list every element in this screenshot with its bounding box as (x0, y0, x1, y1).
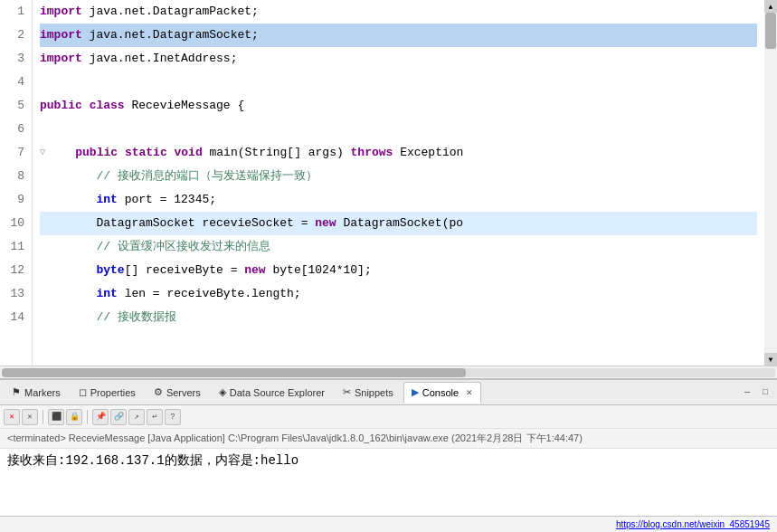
keyword-byte: byte (96, 259, 124, 282)
keyword-public-1: public (40, 94, 82, 118)
code-line-3: import java.net.InetAddress; (40, 47, 757, 71)
console-toolbar: ✕ ✕ ⬛ 🔒 📌 🔗 ↗ ↩ ? (0, 405, 777, 429)
datasource-icon: ◈ (219, 386, 226, 398)
tab-markers-label: Markers (24, 387, 61, 398)
console-output: 接收来自:192.168.137.1的数据，内容是:hello (0, 449, 777, 516)
terminated-label: <terminated> RecevieMessage [Java Applic… (0, 429, 777, 449)
code-text-3: java.net.InetAddress; (82, 47, 238, 71)
keyword-public-2: public (75, 141, 118, 165)
panel-tabs: ⚑ Markers ◻ Properties ⚙ Servers ◈ Data … (0, 380, 777, 405)
properties-icon: ◻ (79, 386, 87, 398)
code-text-2: java.net.DatagramSocket; (82, 24, 259, 47)
remove-launch-button[interactable]: ✕ (22, 409, 38, 425)
comment-8: // 接收消息的端口（与发送端保持一致） (40, 165, 317, 188)
keyword-import-2: import (40, 24, 82, 47)
code-line-10: DatagramSocket recevieSocket = new Datag… (40, 212, 757, 235)
len-assign: len = receiveByte.length; (118, 282, 301, 306)
tab-console[interactable]: ▶ Console ✕ (403, 382, 481, 404)
scroll-lock-button[interactable]: 🔒 (66, 409, 82, 425)
tab-snippets[interactable]: ✂ Snippets (335, 382, 402, 404)
code-content[interactable]: import java.net.DatagramPacket; import j… (33, 0, 764, 366)
minimize-panel-button[interactable]: — (739, 385, 755, 401)
ln-8: 8 (7, 165, 24, 188)
code-line-5: public class RecevieMessage { (40, 94, 757, 118)
comment-11: // 设置缓冲区接收发过来的信息 (40, 235, 270, 259)
help-button[interactable]: ? (165, 409, 181, 425)
line-numbers: 1 2 3 4 5 6 7 8 9 10 11 12 13 14 (0, 0, 33, 366)
keyword-int-2: int (96, 282, 117, 306)
tab-markers[interactable]: ⚑ Markers (4, 382, 69, 404)
toolbar-separator-1 (43, 410, 43, 424)
clear-console-button[interactable]: ⬛ (48, 409, 64, 425)
ln-6: 6 (7, 118, 24, 141)
code-line-1: import java.net.DatagramPacket; (40, 0, 757, 24)
ln-2: 2 (7, 24, 24, 47)
code-container: 1 2 3 4 5 6 7 8 9 10 11 12 13 14 import … (0, 0, 777, 366)
keyword-int-1: int (96, 188, 117, 212)
pin-button[interactable]: 📌 (92, 409, 109, 425)
scroll-up-button[interactable]: ▲ (764, 0, 777, 13)
comment-14: // 接收数据报 (40, 306, 176, 329)
byte-alloc: byte[1024*10]; (266, 259, 372, 282)
markers-icon: ⚑ (12, 386, 21, 398)
code-line-6 (40, 118, 757, 141)
code-line-8: // 接收消息的端口（与发送端保持一致） (40, 165, 757, 188)
servers-icon: ⚙ (154, 386, 163, 398)
ln-1: 1 (7, 0, 24, 24)
ln-12: 12 (7, 259, 24, 282)
keyword-static: static (125, 141, 167, 165)
keyword-new-2: new (244, 259, 265, 282)
keyword-throws: throws (351, 141, 393, 165)
ln-5: 5 (7, 94, 24, 118)
scroll-down-button[interactable]: ▼ (764, 353, 777, 366)
ln-14: 14 (7, 306, 24, 329)
ln-11: 11 (7, 235, 24, 259)
toolbar-separator-2 (87, 410, 88, 424)
code-line-2: import java.net.DatagramSocket; (40, 24, 757, 47)
ln-13: 13 (7, 282, 24, 306)
scroll-thumb[interactable] (765, 13, 776, 49)
csdn-link[interactable]: https://blog.csdn.net/weixin_45851945 (616, 519, 770, 529)
ln-7: 7 (7, 141, 24, 165)
maximize-panel-button[interactable]: □ (757, 385, 773, 401)
ln-3: 3 (7, 47, 24, 71)
keyword-new-1: new (315, 212, 336, 235)
scroll-thumb-area[interactable] (764, 13, 777, 353)
vertical-scrollbar[interactable]: ▲ ▼ (764, 0, 777, 366)
open-console-button[interactable]: ↗ (128, 409, 145, 425)
horizontal-scrollbar[interactable] (0, 366, 777, 378)
ln-4: 4 (7, 71, 24, 94)
tab-datasource[interactable]: ◈ Data Source Explorer (211, 382, 333, 404)
h-scrollbar-thumb[interactable] (2, 368, 466, 377)
tab-console-label: Console (422, 387, 459, 398)
tab-servers[interactable]: ⚙ Servers (146, 382, 209, 404)
code-line-12: byte [] receiveByte = new byte[1024*10]; (40, 259, 757, 282)
link-button[interactable]: 🔗 (110, 409, 127, 425)
word-wrap-button[interactable]: ↩ (147, 409, 163, 425)
tab-properties[interactable]: ◻ Properties (71, 382, 144, 404)
tab-console-close[interactable]: ✕ (466, 388, 473, 397)
tab-servers-label: Servers (166, 387, 201, 398)
snippets-icon: ✂ (343, 386, 351, 398)
console-output-text: 接收来自:192.168.137.1的数据，内容是:hello (7, 453, 298, 468)
method-sig: main(String[] args) (203, 141, 351, 165)
code-line-14: // 接收数据报 (40, 306, 757, 329)
fold-arrow-7[interactable]: ▽ (40, 141, 45, 165)
byte-array: [] receiveByte = (125, 259, 245, 282)
ln-9: 9 (7, 188, 24, 212)
code-line-4 (40, 71, 757, 94)
tab-properties-label: Properties (90, 387, 136, 398)
port-assign: port = 12345; (118, 188, 216, 212)
code-line-7: ▽ public static void main(String[] args)… (40, 141, 757, 165)
ln-10: 10 (7, 212, 24, 235)
keyword-class: class (90, 94, 125, 118)
console-icon: ▶ (412, 386, 419, 398)
terminate-button[interactable]: ✕ (4, 409, 20, 425)
h-scrollbar-track[interactable] (2, 368, 775, 377)
code-line-9: int port = 12345; (40, 188, 757, 212)
exception-type: Exception (393, 141, 463, 165)
class-name: RecevieMessage { (125, 94, 245, 118)
keyword-void: void (175, 141, 203, 165)
panel-window-controls: — □ (739, 385, 773, 401)
tab-snippets-label: Snippets (355, 387, 393, 398)
